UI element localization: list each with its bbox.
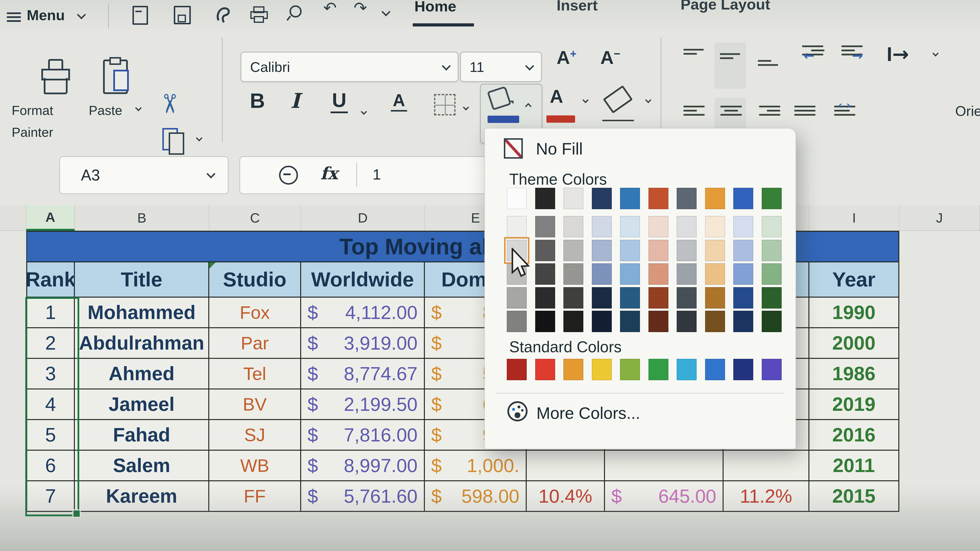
- theme-variant-swatch[interactable]: [563, 264, 583, 285]
- standard-color-swatch[interactable]: [620, 359, 640, 380]
- table-header-Year[interactable]: Year: [810, 262, 899, 298]
- orientation-label-cut[interactable]: Orie: [955, 103, 980, 119]
- standard-color-swatch[interactable]: [649, 359, 668, 380]
- italic-button[interactable]: I: [290, 89, 300, 113]
- theme-variant-swatch[interactable]: [677, 216, 697, 237]
- cell-pct2[interactable]: [724, 451, 810, 481]
- cell-year[interactable]: 2000: [810, 328, 899, 359]
- text-direction-button[interactable]: I→: [887, 43, 909, 65]
- clear-format-chevron-icon[interactable]: [645, 97, 651, 103]
- standard-color-swatch[interactable]: [507, 359, 527, 380]
- align-center-icon[interactable]: [720, 106, 742, 122]
- theme-variant-swatch[interactable]: [677, 311, 697, 332]
- text-direction-chevron-icon[interactable]: [932, 50, 939, 56]
- copy-chevron-icon[interactable]: [196, 135, 202, 141]
- paste-icon[interactable]: [103, 57, 128, 94]
- format-painter-label1[interactable]: Format: [12, 103, 53, 118]
- standard-color-swatch[interactable]: [535, 359, 555, 380]
- cell-studio[interactable]: SJ: [209, 420, 301, 451]
- theme-variant-swatch[interactable]: [592, 240, 612, 261]
- theme-variant-swatch[interactable]: [705, 240, 725, 261]
- cell-name[interactable]: Kareem: [75, 481, 209, 512]
- standard-color-swatch[interactable]: [563, 359, 583, 380]
- cut-scissors-icon[interactable]: ✂: [154, 93, 185, 115]
- theme-variant-swatch[interactable]: [762, 311, 782, 332]
- standard-color-swatch[interactable]: [733, 359, 753, 380]
- align-bottom-icon[interactable]: [758, 49, 780, 66]
- cell-year[interactable]: 2015: [810, 481, 899, 512]
- cell-year[interactable]: 1986: [810, 359, 899, 389]
- theme-color-swatch[interactable]: [592, 188, 612, 209]
- theme-variant-swatch[interactable]: [705, 287, 725, 308]
- paste-button[interactable]: Paste: [89, 103, 122, 118]
- increase-font-button[interactable]: A+: [557, 47, 576, 68]
- theme-variant-swatch[interactable]: [762, 216, 782, 237]
- theme-variant-swatch[interactable]: [592, 311, 612, 332]
- name-box[interactable]: A3: [59, 156, 229, 194]
- cell-pct2[interactable]: 11.2%: [724, 481, 810, 512]
- theme-variant-swatch[interactable]: [677, 264, 697, 285]
- theme-variant-swatch[interactable]: [620, 216, 640, 237]
- theme-variant-swatch[interactable]: [592, 264, 612, 285]
- cell-name[interactable]: Fahad: [75, 420, 209, 451]
- theme-variant-swatch[interactable]: [705, 311, 725, 332]
- fx-icon[interactable]: fx: [320, 163, 338, 183]
- cell-name[interactable]: Jameel: [75, 389, 209, 420]
- theme-variant-swatch[interactable]: [733, 264, 753, 285]
- font-color-button[interactable]: A: [550, 86, 563, 107]
- font-color-chevron-icon[interactable]: [582, 97, 589, 103]
- theme-color-swatch[interactable]: [620, 188, 640, 209]
- decrease-font-button[interactable]: A−: [600, 47, 620, 68]
- theme-variant-swatch[interactable]: [733, 311, 753, 332]
- theme-variant-swatch[interactable]: [705, 216, 725, 237]
- theme-variant-swatch[interactable]: [563, 311, 583, 332]
- theme-color-swatch[interactable]: [705, 188, 725, 209]
- tab-home[interactable]: Home: [414, 0, 456, 15]
- cell-year[interactable]: 2019: [810, 389, 899, 420]
- cell-worldwide[interactable]: $7,816.00: [301, 420, 425, 451]
- align-top-icon[interactable]: [684, 49, 706, 64]
- cell-rank-6[interactable]: 6: [26, 451, 75, 481]
- font-name-select[interactable]: Calibri: [240, 52, 458, 82]
- cell-worldwide[interactable]: $5,761.60: [301, 481, 425, 512]
- theme-variant-swatch[interactable]: [620, 240, 640, 261]
- table-header-Rank[interactable]: Rank: [26, 262, 75, 298]
- align-right-icon[interactable]: [758, 106, 780, 122]
- column-header-I[interactable]: I: [810, 205, 899, 231]
- theme-variant-swatch[interactable]: [507, 287, 527, 308]
- cell-domestic[interactable]: $598.00: [425, 481, 527, 512]
- column-header-A[interactable]: A: [26, 205, 75, 231]
- theme-color-swatch[interactable]: [677, 188, 697, 209]
- cell-studio[interactable]: Par: [209, 328, 301, 359]
- cell-worldwide[interactable]: $3,919.00: [301, 328, 425, 359]
- cell-year[interactable]: 2011: [810, 451, 899, 481]
- theme-variant-swatch[interactable]: [563, 240, 583, 261]
- theme-variant-swatch[interactable]: [762, 287, 782, 308]
- table-header-Title[interactable]: Title: [75, 262, 209, 298]
- cell-rank-3[interactable]: 3: [26, 359, 75, 389]
- theme-variant-swatch[interactable]: [563, 287, 583, 308]
- formula-input[interactable]: fx 1: [239, 156, 498, 194]
- paste-chevron-icon[interactable]: [135, 105, 142, 111]
- borders-button[interactable]: [434, 94, 455, 115]
- cell-worldwide[interactable]: $8,774.67: [301, 359, 425, 389]
- theme-variant-swatch[interactable]: [677, 240, 697, 261]
- column-header-B[interactable]: B: [75, 205, 209, 231]
- theme-variant-swatch[interactable]: [733, 216, 753, 237]
- theme-color-swatch[interactable]: [762, 188, 782, 209]
- name-box-chevron-icon[interactable]: [207, 170, 216, 179]
- cell-studio[interactable]: BV: [209, 389, 301, 420]
- align-left-icon[interactable]: [684, 106, 706, 122]
- theme-variant-swatch[interactable]: [535, 240, 555, 261]
- theme-variant-swatch[interactable]: [762, 264, 782, 285]
- theme-variant-swatch[interactable]: [620, 264, 640, 285]
- cell-rank-5[interactable]: 5: [26, 420, 75, 451]
- theme-variant-swatch[interactable]: [535, 216, 555, 237]
- tab-insert[interactable]: Insert: [557, 0, 598, 14]
- cell-studio[interactable]: FF: [209, 481, 301, 512]
- cell-rank-1[interactable]: 1: [26, 298, 75, 328]
- clear-format-eraser-icon[interactable]: [603, 85, 633, 113]
- theme-variant-swatch[interactable]: [649, 287, 668, 308]
- cell-rank-7[interactable]: 7: [26, 481, 75, 512]
- theme-variant-swatch[interactable]: [507, 311, 527, 332]
